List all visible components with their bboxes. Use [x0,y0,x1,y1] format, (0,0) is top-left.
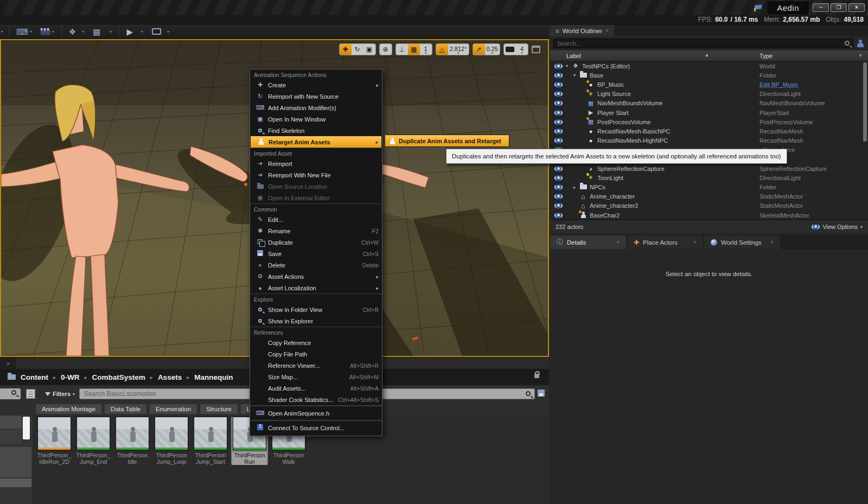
outliner-row[interactable]: ▾ ❖ TestNPCs (Editor) World [550,61,868,71]
asset-tile[interactable]: ThirdPerson Idle [114,417,151,465]
world-local-toggle-button[interactable]: ⊕ [380,44,392,55]
expander-icon[interactable]: ▾ [573,73,579,78]
asset-tile[interactable]: ThirdPerson_ IdleRun_2D [36,417,73,465]
maximize-viewport-button[interactable] [532,46,540,53]
rotate-tool-button[interactable]: ↻ [352,44,363,55]
lock-icon[interactable] [534,374,539,378]
menu-item-save[interactable]: Save Ctrl+S [250,248,382,259]
blueprints-button[interactable]: ❖▾ [67,28,86,36]
scale-snap-button[interactable]: ↗ [473,44,485,55]
build-button[interactable]: ▦▾ [91,28,113,36]
menu-item-show-in-folder-view[interactable]: Show in Folder View Ctrl+B [250,304,382,315]
outliner-row[interactable]: ☀ ToonLight DirectionalLight [550,173,868,182]
menu-item-retarget-anim-assets[interactable]: Retarget Anim Assets▸ [251,136,381,148]
rotation-snap-value[interactable]: 2.812°▾ [448,44,469,55]
source-control-button[interactable]: ⌨▾ [15,28,34,36]
menu-item-find-skeleton[interactable]: Find Skeleton [250,125,382,136]
menu-item-reimport-with-new-file[interactable]: ➔ Reimport With New File [250,169,382,181]
camera-speed-value[interactable]: 4▾ [516,44,528,55]
filter-chip-data-table[interactable]: Data Table [105,404,146,414]
menu-item-shader-cook-statistics[interactable]: Shader Cook Statistics... Ctrl+Alt+Shift… [250,394,382,405]
visibility-eye-icon[interactable] [554,138,563,143]
close-button[interactable]: × [848,3,865,12]
asset-tile[interactable]: ThirdPerson Jump_Loop [153,417,190,465]
content-browser-tab-close[interactable]: × [0,358,16,369]
scale-snap-value[interactable]: 0.25▾ [485,44,500,55]
outliner-row[interactable]: ▾ Base Folder [550,71,868,80]
tab-place-actors[interactable]: ✚ Place Actors × [627,235,703,249]
menu-item-delete[interactable]: × Delete Delete [250,259,382,271]
outliner-row[interactable]: ▦ NavMeshBoundsVolume NavMeshBoundsVolum… [550,99,868,108]
menu-item-edit[interactable]: ✎ Edit... [250,214,382,225]
translate-tool-button[interactable]: ✚ [340,44,352,55]
visibility-eye-icon[interactable] [554,82,563,87]
expander-icon[interactable]: ▾ [566,63,571,68]
visibility-eye-icon[interactable] [554,91,563,97]
visibility-eye-icon[interactable] [554,175,563,181]
sort-arrow-icon[interactable]: ▲ [705,53,709,58]
menu-item-asset-localization[interactable]: ● Asset Localization▸ [250,282,382,294]
visibility-eye-icon[interactable] [554,203,563,208]
outliner-row[interactable]: ● BP_Music Edit BP_Music [550,80,868,89]
menu-item-reference-viewer[interactable]: Reference Viewer... Alt+Shift+R [250,360,382,371]
visibility-eye-icon[interactable] [554,63,563,69]
outliner-row[interactable]: ▦ PostProcessVolume PostProcessVolume [550,117,868,126]
outliner-row[interactable]: ● RecastNavMesh-HighNPC RecastNavMesh [550,136,868,145]
camera-speed-button[interactable] [504,44,516,55]
outliner-row[interactable]: ☀ Light Source DirectionalLight [550,90,868,99]
save-all-icon[interactable] [538,390,545,397]
menu-item-add-animation-modifiers[interactable]: ⌨ Add Animation Modifier(s) [250,102,382,113]
edit-blueprint-link[interactable]: Edit BP_Music [760,81,799,88]
menu-item-size-map[interactable]: Size Map... Alt+Shift+M [250,371,382,382]
sources-search-input[interactable] [0,388,21,399]
close-icon[interactable]: × [770,239,774,245]
visibility-eye-icon[interactable] [554,194,563,199]
menu-item-asset-actions[interactable]: ⚙ Asset Actions▸ [250,271,382,282]
menu-item-open-animsequence-h[interactable]: ⌨ Open AnimSequence.h [250,406,382,420]
breadcrumb-content[interactable]: Content [21,373,48,381]
sources-scrollbar[interactable] [23,417,30,439]
add-actor-icon[interactable] [856,39,865,48]
filter-chip-enumeration[interactable]: Enumeration [150,404,197,414]
launch-button[interactable]: ▾ [150,28,171,35]
breadcrumb-0wr[interactable]: 0-WR [61,373,80,381]
menu-item-create[interactable]: ✚ Create▸ [250,79,382,91]
view-options-button[interactable]: View Options▾ [812,224,863,230]
filter-chip-animation-montage[interactable]: Animation Montage [36,404,101,414]
minimize-button[interactable]: ─ [813,3,829,12]
outliner-row[interactable]: ▸ NPCs Folder [550,182,868,192]
outliner-row[interactable]: ▶ Player Start PlayerStart [550,108,868,117]
grid-snap-value[interactable]: 1▾ [420,44,432,55]
visibility-eye-icon[interactable] [554,213,563,218]
visibility-eye-icon[interactable] [554,119,563,125]
close-icon[interactable]: × [693,239,697,245]
menu-item-show-in-explorer[interactable]: Show in Explorer [250,315,382,327]
breadcrumb-mannequin[interactable]: Mannequin [194,373,233,381]
tab-details[interactable]: ⓘ Details × [550,235,626,249]
menu-item-connect-to-source-control[interactable]: Connect To Source Control... [250,420,382,435]
grid-snap-button[interactable]: ▦ [408,44,420,55]
scale-tool-button[interactable]: ▣ [363,44,375,55]
play-button[interactable]: ▶▾ [125,28,145,36]
outliner-row[interactable]: ◕ SphereReflectionCapture SphereReflecti… [550,164,868,173]
visibility-eye-icon[interactable] [554,184,563,190]
close-icon[interactable]: × [616,239,620,245]
column-type[interactable]: Type [760,53,773,59]
column-label[interactable]: Label [566,53,581,59]
visibility-eye-icon[interactable] [554,110,563,116]
breadcrumb-combatsystem[interactable]: CombatSystem [92,373,145,381]
outliner-row[interactable]: ● RecastNavMesh-BasicNPC RecastNavMesh [550,126,868,136]
outliner-row[interactable]: ⌂ Anime_character2 StaticMeshActor [550,201,868,210]
close-icon[interactable]: × [605,28,609,34]
outliner-scrollbar[interactable] [863,62,867,142]
visibility-eye-icon[interactable] [554,166,563,171]
sources-list-toggle-button[interactable] [26,389,35,399]
menu-item-duplicate[interactable]: Duplicate Ctrl+W [250,237,382,248]
restore-button[interactable]: ❐ [831,3,847,12]
outliner-row[interactable]: ⌂ Anime_character StaticMeshActor [550,192,868,201]
menu-item-audit-assets[interactable]: Audit Assets... Alt+Shift+A [250,382,382,394]
visibility-eye-icon[interactable] [554,129,563,134]
tab-world-outliner[interactable]: ≡ World Outliner × [550,25,614,36]
surface-snap-button[interactable]: ⊥ [396,44,408,55]
menu-item-rename[interactable]: ✱ Rename F2 [250,225,382,237]
